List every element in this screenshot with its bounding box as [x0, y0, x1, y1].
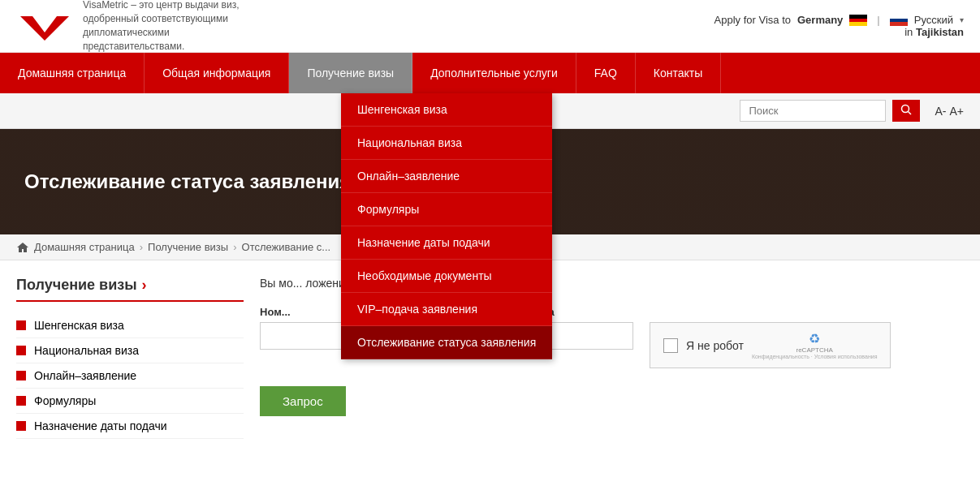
- location-text: Tajikistan: [916, 26, 964, 38]
- sidebar-marker-icon: [16, 421, 26, 431]
- recaptcha-logo: ♻ reCAPTCHA Конфиденциальность · Условия…: [752, 331, 878, 359]
- dropdown-item-schengen[interactable]: Шенгенская виза: [341, 93, 552, 127]
- apply-text: Apply for Visa to: [714, 14, 791, 26]
- recaptcha-brand: reCAPTCHA: [752, 346, 878, 354]
- breadcrumb-current: Отслеживание с...: [242, 241, 331, 253]
- logo-tagline: VisaMetric – это центр выдачи виз, одобр…: [83, 0, 261, 54]
- captcha-checkbox[interactable]: [663, 338, 678, 353]
- dropdown-item-vip[interactable]: VIP–подача заявления: [341, 293, 552, 326]
- nav-item-visa[interactable]: Получение визы: [289, 53, 412, 93]
- apply-location: in Tajikistan: [904, 26, 964, 38]
- nav-item-home[interactable]: Домашняя страница: [0, 53, 145, 93]
- logo-icon: VISAMETRIC: [16, 10, 73, 42]
- sidebar-title: Получение визы ›: [16, 277, 244, 302]
- lang-label[interactable]: Русский: [914, 14, 953, 26]
- svg-line-2: [909, 112, 912, 115]
- sidebar-item-appointment[interactable]: Назначение даты подачи: [16, 414, 244, 439]
- recaptcha-links: Конфиденциальность · Условия использован…: [752, 354, 878, 359]
- dropdown-item-online[interactable]: Онлайн–заявление: [341, 160, 552, 193]
- nav-item-extra[interactable]: Дополнительные услуги: [412, 53, 576, 93]
- captcha-label-spacer: [650, 306, 891, 318]
- apply-country: Germany: [797, 14, 843, 26]
- search-icon: [900, 104, 912, 115]
- sidebar-item-forms[interactable]: Формуляры: [16, 389, 244, 414]
- sidebar-title-text: Получение визы: [16, 277, 137, 294]
- header-right: Apply for Visa to Germany | Русский ▾ in…: [714, 14, 964, 38]
- germany-flag-icon: [849, 15, 867, 26]
- recaptcha-icon: ♻: [752, 331, 878, 346]
- separator: |: [877, 14, 879, 26]
- sidebar-marker-icon: [16, 320, 26, 330]
- in-text: in: [904, 26, 913, 38]
- submit-area: Запрос: [260, 380, 964, 416]
- dropdown-item-national[interactable]: Национальная виза: [341, 127, 552, 160]
- lang-dropdown-icon[interactable]: ▾: [960, 15, 964, 24]
- nav-item-faq[interactable]: FAQ: [576, 53, 636, 93]
- breadcrumb-section[interactable]: Получение визы: [148, 241, 228, 253]
- nav-item-contacts[interactable]: Контакты: [636, 53, 721, 93]
- breadcrumb-home[interactable]: Домашняя страница: [34, 241, 135, 253]
- captcha-widget[interactable]: Я не робот ♻ reCAPTCHA Конфиденциальност…: [650, 322, 891, 368]
- sidebar-item-label: Формуляры: [34, 394, 96, 407]
- sidebar-item-online[interactable]: Онлайн–заявление: [16, 363, 244, 389]
- sidebar-item-label: Онлайн–заявление: [34, 369, 136, 382]
- dropdown-item-tracking[interactable]: Отслеживание статуса заявления: [341, 326, 552, 359]
- breadcrumb-sep1: ›: [140, 241, 143, 253]
- sidebar-item-schengen[interactable]: Шенгенская виза: [16, 313, 244, 338]
- captcha-text: Я не робот: [686, 339, 744, 352]
- sidebar-item-national[interactable]: Национальная виза: [16, 338, 244, 363]
- font-increase-button[interactable]: A+: [949, 105, 964, 118]
- search-input[interactable]: [740, 100, 886, 122]
- sidebar-marker-icon: [16, 371, 26, 380]
- dropdown-item-forms[interactable]: Формуляры: [341, 193, 552, 226]
- sidebar: Получение визы › Шенгенская виза Национа…: [16, 277, 260, 439]
- svg-point-1: [902, 105, 909, 113]
- main-nav: Домашняя страница Общая информация Получ…: [0, 53, 980, 93]
- page-title: Отслеживание статуса заявления: [24, 170, 351, 193]
- font-decrease-button[interactable]: A-: [935, 105, 946, 118]
- apply-info: Apply for Visa to Germany | Русский ▾: [714, 14, 964, 26]
- sidebar-list: Шенгенская виза Национальная виза Онлайн…: [16, 313, 244, 439]
- svg-text:VISAMETRIC: VISAMETRIC: [20, 41, 71, 42]
- sidebar-item-label: Назначение даты подачи: [34, 419, 167, 432]
- logo-area: VISAMETRIC VisaMetric – это центр выдачи…: [16, 0, 261, 54]
- submit-button[interactable]: Запрос: [260, 386, 346, 416]
- sidebar-marker-icon: [16, 346, 26, 355]
- sidebar-item-label: Национальная виза: [34, 344, 139, 357]
- sidebar-arrow-icon: ›: [142, 277, 147, 294]
- form-group-captcha: Я не робот ♻ reCAPTCHA Конфиденциальност…: [650, 306, 891, 368]
- visa-dropdown: Шенгенская виза Национальная виза Онлайн…: [341, 93, 552, 359]
- russia-flag-icon: [890, 15, 908, 26]
- header: VISAMETRIC VisaMetric – это центр выдачи…: [0, 0, 980, 53]
- font-controls: A- A+: [935, 105, 964, 118]
- sidebar-marker-icon: [16, 396, 26, 406]
- breadcrumb-sep2: ›: [233, 241, 236, 253]
- sidebar-item-label: Шенгенская виза: [34, 319, 124, 332]
- home-icon: [16, 242, 29, 253]
- dropdown-item-documents[interactable]: Необходимые документы: [341, 260, 552, 293]
- dropdown-item-appointment[interactable]: Назначение даты подачи: [341, 226, 552, 260]
- search-button[interactable]: [892, 100, 920, 122]
- nav-item-general[interactable]: Общая информация: [145, 53, 289, 93]
